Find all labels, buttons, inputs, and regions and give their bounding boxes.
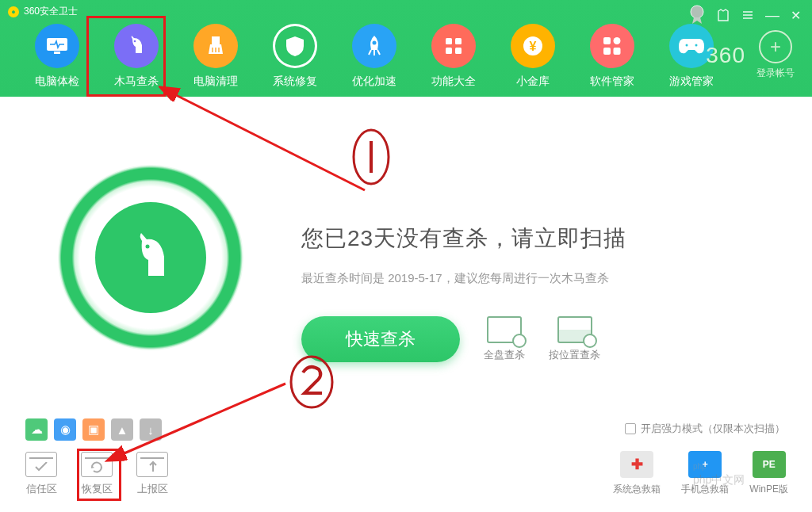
svg-rect-8 bbox=[446, 48, 452, 54]
scan-headline: 您已23天没有查杀，请立即扫描 bbox=[301, 224, 812, 254]
report-zone-button[interactable]: 上报区 bbox=[136, 452, 168, 496]
rocket-icon bbox=[352, 24, 396, 68]
svg-rect-14 bbox=[603, 48, 611, 55]
svg-rect-12 bbox=[603, 37, 611, 44]
nav-label: 软件管家 bbox=[590, 75, 634, 89]
kit-label: 系统急救箱 bbox=[613, 483, 661, 496]
app-title: 360安全卫士 bbox=[24, 5, 78, 18]
restore-icon bbox=[81, 452, 113, 477]
trust-icon bbox=[25, 452, 57, 477]
nav-label: 木马查杀 bbox=[114, 75, 159, 89]
report-icon bbox=[136, 452, 168, 477]
full-scan-icon bbox=[487, 316, 522, 343]
nav-label: 电脑体检 bbox=[35, 75, 79, 89]
strong-mode-label: 开启强力模式（仅限本次扫描） bbox=[641, 422, 785, 436]
horse-emblem-icon bbox=[95, 202, 206, 313]
checkbox-icon bbox=[625, 423, 636, 434]
nav: 电脑体检 木马查杀 电脑清理 系统修复 优化加速 功能大全 ¥ 小金库 软件管家 bbox=[0, 0, 731, 89]
scan-actions: 快速查杀 全盘查杀 按位置查杀 bbox=[301, 316, 812, 362]
svg-point-16 bbox=[686, 44, 688, 47]
svg-rect-15 bbox=[614, 48, 621, 55]
svg-rect-7 bbox=[455, 38, 462, 44]
brush-icon bbox=[193, 24, 238, 68]
trust-zone-button[interactable]: 信任区 bbox=[25, 452, 57, 496]
svg-point-3 bbox=[134, 40, 136, 43]
quick-scan-button[interactable]: 快速查杀 bbox=[301, 316, 460, 362]
full-scan-button[interactable]: 全盘查杀 bbox=[484, 316, 525, 362]
nav-label: 系统修复 bbox=[273, 75, 317, 89]
medal-icon[interactable] bbox=[689, 5, 705, 25]
app-icon: ● bbox=[8, 6, 19, 17]
shield-icon bbox=[273, 24, 317, 68]
login-area: 360 + 登录帐号 bbox=[706, 30, 795, 80]
svg-point-0 bbox=[691, 6, 703, 18]
plus-icon: + bbox=[759, 30, 792, 63]
nav-label: 小金库 bbox=[516, 75, 550, 89]
svg-point-17 bbox=[695, 44, 698, 47]
svg-rect-4 bbox=[212, 36, 220, 44]
svg-rect-6 bbox=[446, 38, 452, 44]
login-label: 登录帐号 bbox=[756, 67, 795, 80]
system-rescue-button[interactable]: ✚ 系统急救箱 bbox=[613, 451, 661, 496]
scan-shield bbox=[0, 136, 301, 362]
svg-text:¥: ¥ bbox=[530, 40, 537, 53]
nav-label: 电脑清理 bbox=[193, 75, 238, 89]
nav-speedup[interactable]: 优化加速 bbox=[335, 24, 414, 89]
menu-icon[interactable] bbox=[741, 9, 754, 21]
svg-point-13 bbox=[614, 37, 621, 44]
trust-label: 信任区 bbox=[26, 482, 57, 496]
scan-subline: 最近查杀时间是 2019-5-17，建议您每周进行一次木马查杀 bbox=[301, 271, 812, 286]
svg-point-5 bbox=[373, 41, 377, 45]
sync-status-icon[interactable]: ◉ bbox=[54, 418, 76, 441]
main-content: 您已23天没有查杀，请立即扫描 最近查杀时间是 2019-5-17，建议您每周进… bbox=[0, 97, 812, 362]
nav-software[interactable]: 软件管家 bbox=[573, 24, 652, 89]
svg-text:php: php bbox=[693, 462, 707, 471]
strong-mode-toggle[interactable]: 开启强力模式（仅限本次扫描） bbox=[625, 422, 785, 436]
full-scan-label: 全盘查杀 bbox=[484, 348, 525, 362]
nav-cleanup[interactable]: 电脑清理 bbox=[176, 24, 255, 89]
restore-label: 恢复区 bbox=[82, 482, 113, 496]
scan-info: 您已23天没有查杀，请立即扫描 最近查杀时间是 2019-5-17，建议您每周进… bbox=[301, 136, 812, 362]
watermark: phpphp中文网 bbox=[688, 457, 776, 491]
svg-rect-9 bbox=[455, 48, 462, 54]
logo-360: 360 bbox=[706, 43, 745, 68]
monitor-icon bbox=[35, 24, 79, 68]
titlebar: ● 360安全卫士 bbox=[8, 5, 78, 18]
location-scan-label: 按位置查杀 bbox=[549, 348, 600, 362]
footer-tools: 信任区 恢复区 上报区 bbox=[25, 452, 168, 496]
nav-label: 优化加速 bbox=[352, 75, 396, 89]
close-icon[interactable]: ✕ bbox=[791, 8, 801, 23]
grid-icon bbox=[431, 24, 476, 68]
nav-label: 功能大全 bbox=[431, 75, 476, 89]
login-button[interactable]: + 登录帐号 bbox=[756, 30, 795, 80]
nav-health-check[interactable]: 电脑体检 bbox=[17, 24, 97, 89]
nav-repair[interactable]: 系统修复 bbox=[255, 24, 335, 89]
location-scan-icon bbox=[557, 316, 592, 343]
svg-point-23 bbox=[291, 357, 332, 407]
restore-zone-button[interactable]: 恢复区 bbox=[81, 452, 113, 496]
scan-status-icon[interactable]: ▣ bbox=[82, 418, 105, 441]
header: ● 360安全卫士 — ✕ 电脑体检 木马查杀 电脑清理 系统修复 优化加速 bbox=[0, 0, 812, 97]
image-status-icon[interactable]: ▲ bbox=[111, 418, 133, 441]
rescue-kit-icon: ✚ bbox=[620, 451, 653, 478]
coin-icon: ¥ bbox=[511, 24, 555, 68]
shirt-icon[interactable] bbox=[716, 8, 730, 22]
svg-rect-2 bbox=[54, 52, 60, 54]
status-icons: ☁ ◉ ▣ ▲ ↓ bbox=[25, 418, 162, 441]
svg-text:php中文网: php中文网 bbox=[693, 473, 745, 486]
nav-trojan-scan[interactable]: 木马查杀 bbox=[97, 24, 176, 89]
scan-ring bbox=[58, 165, 243, 350]
svg-point-18 bbox=[146, 245, 150, 249]
cloud-status-icon[interactable]: ☁ bbox=[25, 418, 48, 441]
horse-icon bbox=[114, 24, 159, 68]
location-scan-button[interactable]: 按位置查杀 bbox=[549, 316, 600, 362]
window-controls: — ✕ bbox=[689, 5, 801, 25]
nav-all-features[interactable]: 功能大全 bbox=[414, 24, 493, 89]
minimize-icon[interactable]: — bbox=[765, 7, 779, 24]
apps-icon bbox=[590, 24, 634, 68]
report-label: 上报区 bbox=[137, 482, 168, 496]
download-status-icon[interactable]: ↓ bbox=[140, 418, 162, 441]
nav-vault[interactable]: ¥ 小金库 bbox=[493, 24, 573, 89]
